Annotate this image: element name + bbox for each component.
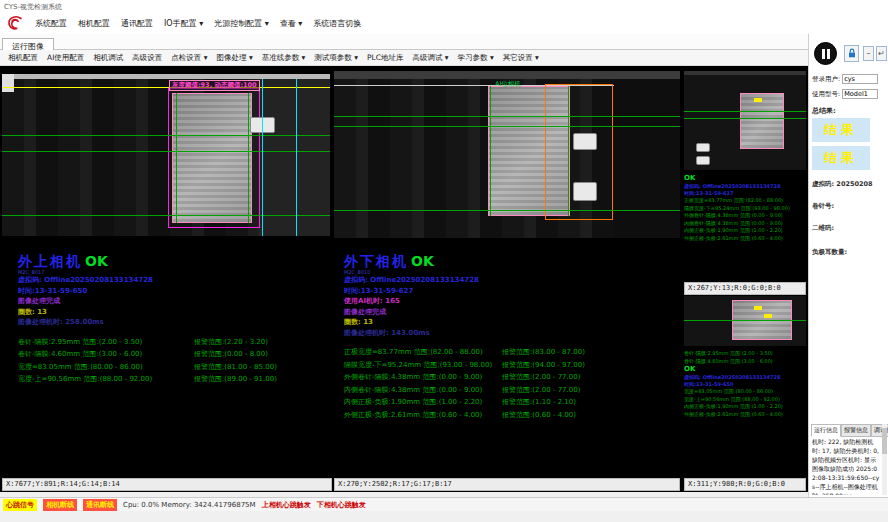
model-input[interactable] [842,89,878,99]
menu-item-io-manual-config[interactable]: IO手配置 ▾ [164,18,203,29]
toolbar-item-image-processing[interactable]: 图像处理 ▾ [217,53,253,63]
turns-line: 圈数: 13 [344,317,678,328]
lower-camera-trigger-alert: 下相机心跳触发 [317,500,366,510]
measurement-row: 卷针-隔膜:4.60mm 范围:(3.00 - 6.00) 报警范围:(0.00… [18,348,330,361]
overlay-yellow-line [2,87,330,88]
left-camera-image[interactable]: 灰度阈值:93, 动态阈值:100 [2,74,330,236]
thumb-measurement: 外侧卷针-隔膜:4.38mm 范围:(0.00 - 9.00) [684,212,806,220]
toolbar-item-camera-debug[interactable]: 相机调试 [93,53,123,63]
app-logo-icon [6,14,24,32]
virtual-code-line: 虚拟码: Offline20250208133134728 [344,275,678,286]
model-label: 使用型号: [812,90,840,99]
overlay-green-vline [176,93,177,223]
lock-button[interactable] [844,45,859,62]
measurement-row: 卷针-隔膜:2.95mm 范围:(2.00 - 3.50) 报警范围:(2.20… [18,336,330,349]
title-bar: CYS-视觉检测系统 [0,0,888,12]
measurement-alarm: 报警范围:(81.00 - 85.00) [194,361,277,374]
camera-offline-badge: 相机断线 [43,499,77,511]
lock-icon [846,54,858,62]
toolbar-item-ai-use-config[interactable]: AI使用配置 [47,53,84,63]
result-ok: OK [85,253,108,269]
toolbar-item-camera-config[interactable]: 相机配置 [8,53,38,63]
tab-count-field: 负极耳数量: [812,248,847,257]
log-tab-run-info[interactable]: 运行信息 [811,424,841,437]
overlay-green-line [2,135,330,136]
toolbar-item-advanced-settings[interactable]: 高级设置 [132,53,162,63]
yellow-marker [754,98,762,102]
app-window: CYS-视觉检测系统 系统配置 相机配置 通讯配置 IO手配置 ▾ 光源控制配置… [0,0,888,522]
thumb-time-line: 时间:13-31-59-627 [684,190,806,197]
thumb-measurement: 隔膜宽度-下=95.24mm 范围:(93.00 - 98.00) [684,205,806,213]
overlay-green-line [2,151,330,152]
log-tab-alarm-info[interactable]: 报警信息 [841,424,871,437]
measurement-alarm: 报警范围:(2.20 - 3.20) [194,336,268,349]
menu-item-camera-config[interactable]: 相机配置 [78,18,110,29]
toolbar-item-baseline-params[interactable]: 基准线参数 ▾ [262,53,306,63]
overlay-green-vline [568,86,569,216]
thumb-measurement: 正极宽度=83.77mm 范围:(82.00 - 88.00) [684,197,806,205]
measurement-alarm: 报警范围:(0.00 - 8.00) [194,348,268,361]
thumb-measurement: 外侧正极-负极:2.61mm 范围:(0.60 - 4.00) [684,235,806,243]
thumb-measurement: 宽度-上=90.56mm 范围:(88.00 - 92.00) [684,396,806,404]
menu-item-system-config[interactable]: 系统配置 [35,18,67,29]
menu-item-comm-config[interactable]: 通讯配置 [121,18,153,29]
time-line: 时间:13-31-59-650 [18,286,330,297]
return-button[interactable]: ↵ [876,46,887,61]
thumb-code-line: 虚拟码: Offline20250208133134728 [684,183,806,190]
toolbar-item-advanced-debug[interactable]: 高级调试 ▾ [412,53,448,63]
bright-band [684,71,806,75]
virtual-code-field: 虚拟码: 20250208 [812,180,873,189]
measurement-text: 内侧正极-负极:1.90mm 范围:(1.00 - 2.20) [344,396,502,409]
overlay-green-line [684,320,806,321]
overlay-green-line [2,215,330,216]
camera-title: 外下相机OK [344,254,678,269]
cpu-memory-text: Cpu: 0.0% Memory: 3424.41796875M [123,501,256,509]
thumb-time-line: 时间:13-31-59-650 [684,381,806,388]
menu-item-light-control-config[interactable]: 光源控制配置 ▾ [214,18,269,29]
tab-strip: 运行图像 [0,34,810,50]
process-time-line: 图像处理机时: 143.00ms [344,328,678,339]
measurement-row: 内侧正极-负极:1.90mm 范围:(1.00 - 2.20) 报警范围:(1.… [344,396,678,409]
sidebar-controls: – ↵ [812,42,886,68]
overlay-cyan-vline [262,79,263,236]
measurement-text: 宽度=83.05mm 范围:(80.00 - 86.00) [18,361,194,374]
measurement-row: 宽度-上=90.56mm 范围:(88.00 - 92.00) 报警范围:(89… [18,373,330,386]
measurement-alarm: 报警范围:(83.00 - 87.00) [502,346,585,359]
measurement-row: 宽度=83.05mm 范围:(80.00 - 86.00) 报警范围:(81.0… [18,361,330,374]
product-region [172,93,252,223]
yellow-marker [764,314,772,318]
toolbar-item-learning-params[interactable]: 学习参数 ▾ [458,53,494,63]
process-done-line: 图像处理完成 [344,307,678,318]
measurement-row: 外侧卷针-隔膜:4.38mm 范围:(0.00 - 9.00) 报警范围:(2.… [344,371,678,384]
thumb-top-pixel-status: X:267;Y:13;R:0;G:0;B:0 [684,282,806,295]
thumb-measurement: 宽度=83.05mm 范围:(80.00 - 86.00) [684,388,806,396]
thumb-top-image[interactable] [684,71,806,170]
thumb-measurement: 卷针-隔膜:4.60mm 范围:(3.00 - 6.00) [684,358,806,366]
measurement-row: 内侧卷针-隔膜:4.38mm 范围:(0.00 - 9.00) 报警范围:(2.… [344,384,678,397]
pause-button[interactable] [814,42,837,65]
thumb-top-result-block: OK 虚拟码: Offline20250208133134728 时间:13-3… [684,174,806,280]
toolbar-item-plc-address-lib[interactable]: PLC地址库 [367,53,403,63]
log-scrollbar[interactable] [882,424,887,495]
left-pixel-status: X:7677;Y:891;R:14;G:14;B:14 [2,478,332,491]
heartbeat-badge: 心跳信号 [3,499,37,511]
sidebar: – ↵ 登录用户: 使用型号: 总结果: 结果 结果 虚拟码: 20250208… [808,34,888,497]
log-scrollbar-thumb[interactable] [882,428,887,454]
measurement-alarm: 报警范围:(1.10 - 2.10) [502,396,576,409]
thumb-bottom-image[interactable] [684,296,806,346]
menu-item-language-switch[interactable]: 系统语言切换 [313,18,361,29]
turns-line: 圈数: 13 [18,307,330,318]
measurement-row: 正极宽度=83.77mm 范围:(82.00 - 88.00) 报警范围:(83… [344,346,678,359]
bright-tab-spot [696,143,710,152]
menu-item-view[interactable]: 查看 ▾ [280,18,303,29]
minimize-panel-button[interactable]: – [863,46,874,61]
measurement-alarm: 报警范围:(2.00 - 77.00) [502,371,580,384]
thumb-measurement: 内侧卷针-隔膜:4.38mm 范围:(0.00 - 9.00) [684,220,806,228]
login-user-input[interactable] [842,74,878,84]
toolbar-item-other-settings[interactable]: 其它设置 ▾ [503,53,539,63]
toolbar-item-spot-check[interactable]: 点检设置 ▾ [171,53,207,63]
middle-camera-image[interactable]: AI位相机 [334,71,680,238]
return-arrow-icon: ↵ [878,49,885,58]
toolbar-item-test-item-params[interactable]: 测试项参数 ▾ [314,53,358,63]
needle-no-field: 卷针号: [812,202,834,211]
